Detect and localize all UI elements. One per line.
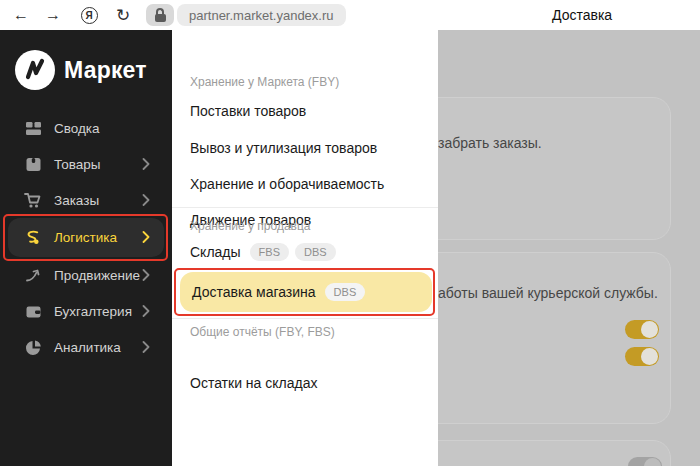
card2-text-fragment: аботы вашей курьерской службы. xyxy=(438,285,658,301)
toggle-knob xyxy=(641,348,658,365)
logistics-flyout-menu: Хранение у Маркета (FBY) Поставки товаро… xyxy=(172,30,438,466)
sidebar-item-label: Бухгалтерия xyxy=(54,304,132,319)
toggle-knob xyxy=(644,458,661,466)
sidebar-item-tovary[interactable]: Товары xyxy=(8,151,164,177)
page: ← → Я ↻ partner.market.yandex.ru Доставк… xyxy=(0,0,700,466)
toggle-3[interactable] xyxy=(628,457,662,466)
sidebar-item-label: Аналитика xyxy=(54,340,121,355)
back-icon[interactable]: ← xyxy=(10,4,32,26)
analytics-icon xyxy=(24,338,42,356)
flyout-item-sklady[interactable]: Склады FBS DBS xyxy=(190,243,336,261)
promotion-icon xyxy=(24,266,42,284)
chevron-right-icon xyxy=(142,158,150,170)
divider xyxy=(172,207,438,208)
sidebar-item-buhgalteriya[interactable]: Бухгалтерия xyxy=(8,298,164,324)
tab-title: Доставка xyxy=(552,0,612,30)
sidebar-item-label: Заказы xyxy=(54,193,99,208)
badge-dbs: DBS xyxy=(325,283,366,301)
sidebar-item-label: Продвижение xyxy=(54,268,140,283)
yandex-browser-icon[interactable]: Я xyxy=(78,4,100,26)
flyout-item-vyvoz[interactable]: Вывоз и утилизация товаров xyxy=(190,140,377,156)
sidebar-item-logistika[interactable]: Логистика xyxy=(8,224,164,250)
badge-fbs: FBS xyxy=(250,243,289,261)
refresh-icon[interactable]: ↻ xyxy=(112,4,134,26)
sidebar-item-label: Сводка xyxy=(54,121,100,136)
sidebar-item-prodvizhenie[interactable]: Продвижение xyxy=(8,262,164,288)
orders-icon xyxy=(24,191,42,209)
card1-text-fragment: забрать заказы. xyxy=(438,135,542,151)
address-bar[interactable]: partner.market.yandex.ru xyxy=(177,4,346,26)
flyout-item-ostatki[interactable]: Остатки на складах xyxy=(190,375,317,391)
flyout-section-header: Общие отчёты (FBY, FBS) xyxy=(190,325,335,339)
flyout-item-label: Склады xyxy=(190,244,241,260)
flyout-section-header: Хранение у продавца xyxy=(190,219,311,233)
market-logo-icon xyxy=(15,50,55,90)
lock-glyph xyxy=(155,14,166,22)
chevron-right-icon xyxy=(142,341,150,353)
dashboard-icon xyxy=(24,119,42,137)
market-logo[interactable]: Маркет xyxy=(15,50,147,90)
toggle-knob xyxy=(641,321,658,338)
lock-icon[interactable] xyxy=(146,4,174,26)
chevron-right-icon xyxy=(142,305,150,317)
sidebar-item-label: Товары xyxy=(54,157,100,172)
divider xyxy=(172,318,438,319)
chevron-right-icon xyxy=(142,269,150,281)
market-logo-text: Маркет xyxy=(64,57,147,84)
products-icon xyxy=(24,155,42,173)
forward-icon[interactable]: → xyxy=(42,4,64,26)
chevron-right-icon xyxy=(142,194,150,206)
chevron-right-icon xyxy=(142,231,150,243)
url-text: partner.market.yandex.ru xyxy=(189,8,334,23)
content-card-1 xyxy=(438,97,671,240)
flyout-item-dostavka-magazina[interactable]: Доставка магазина DBS xyxy=(180,272,432,312)
sidebar: Маркет Сводка Товары xyxy=(0,30,172,466)
yandex-logo-circle: Я xyxy=(81,7,98,24)
sidebar-item-zakazy[interactable]: Заказы xyxy=(8,187,164,213)
badge-dbs: DBS xyxy=(295,243,336,261)
flyout-section-header: Хранение у Маркета (FBY) xyxy=(190,75,339,89)
logistics-icon xyxy=(24,228,42,246)
browser-toolbar: ← → Я ↻ partner.market.yandex.ru Доставк… xyxy=(0,0,700,30)
dimmed-page-content: забрать заказы. аботы вашей курьерской с… xyxy=(438,30,700,466)
toggle-1[interactable] xyxy=(625,320,659,339)
flyout-item-postavki[interactable]: Поставки товаров xyxy=(190,103,306,119)
sidebar-item-analitika[interactable]: Аналитика xyxy=(8,334,164,360)
flyout-item-label: Доставка магазина xyxy=(192,284,316,300)
sidebar-item-svodka[interactable]: Сводка xyxy=(8,115,164,141)
toggle-2[interactable] xyxy=(625,347,659,366)
flyout-item-hranenie[interactable]: Хранение и оборачиваемость xyxy=(190,176,384,192)
accounting-icon xyxy=(24,302,42,320)
sidebar-item-label: Логистика xyxy=(54,230,117,245)
